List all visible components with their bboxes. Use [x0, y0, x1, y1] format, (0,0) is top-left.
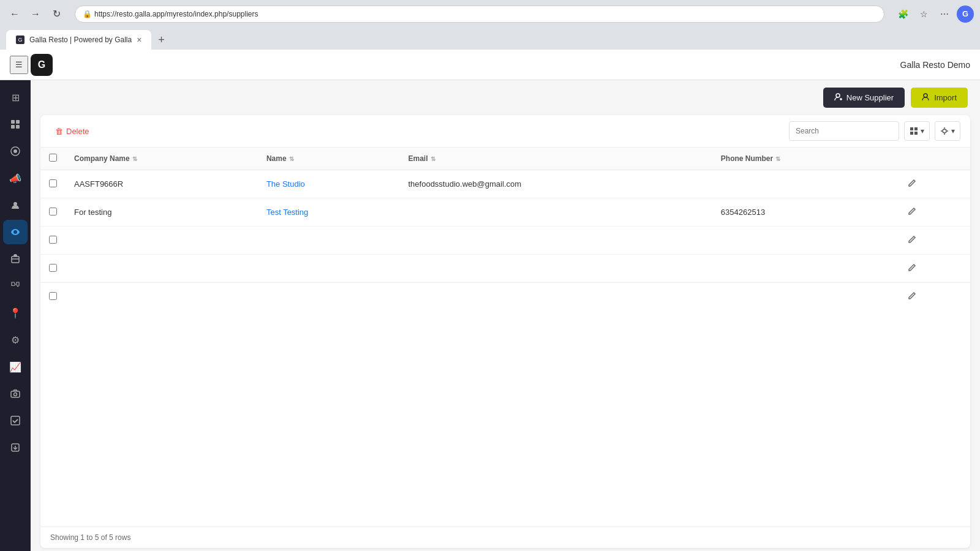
- new-supplier-label: New Supplier: [846, 93, 894, 102]
- row-name-3: [258, 255, 400, 283]
- forward-button[interactable]: →: [27, 6, 44, 23]
- sidebar-item-camera[interactable]: [3, 381, 28, 406]
- address-bar-url: https://resto.galla.app/myresto/index.ph…: [94, 10, 258, 18]
- edit-row-button-2[interactable]: [905, 233, 919, 248]
- browser-actions: 🧩 ☆ ⋯ G: [894, 6, 974, 23]
- col-email-label: Email: [409, 154, 428, 163]
- import-icon: [922, 92, 930, 103]
- select-all-checkbox[interactable]: [49, 154, 57, 162]
- delete-button[interactable]: 🗑 Delete: [50, 124, 94, 139]
- svg-point-5: [13, 149, 17, 153]
- sidebar-item-checklist[interactable]: [3, 435, 28, 460]
- row-company-name-2: [66, 227, 258, 255]
- row-phone-2: [712, 227, 897, 255]
- row-checkbox-0[interactable]: [49, 179, 57, 187]
- table-row: [40, 227, 970, 255]
- col-phone[interactable]: Phone Number ⇅: [712, 148, 897, 170]
- row-actions-0: [897, 170, 970, 198]
- col-actions-header: [897, 148, 970, 170]
- import-button[interactable]: Import: [911, 88, 968, 108]
- row-checkbox-1[interactable]: [49, 208, 57, 216]
- svg-point-10: [14, 393, 17, 396]
- col-email[interactable]: Email ⇅: [400, 148, 712, 170]
- row-checkbox-cell-1: [40, 198, 66, 227]
- sidebar-item-accounts[interactable]: [3, 193, 28, 217]
- row-checkbox-cell-3: [40, 255, 66, 283]
- row-checkbox-3[interactable]: [49, 264, 57, 272]
- topbar-logo: G: [31, 54, 53, 76]
- sidebar-item-marketing[interactable]: 📣: [3, 166, 28, 190]
- row-phone-3: [712, 255, 897, 283]
- select-all-header: [40, 148, 66, 170]
- pagination-info: Showing 1 to 5 of 5 rows: [40, 527, 970, 548]
- search-input[interactable]: [789, 121, 899, 141]
- svg-point-16: [924, 94, 927, 97]
- browser-profile-button[interactable]: G: [957, 6, 974, 23]
- sort-phone-icon[interactable]: ⇅: [775, 156, 780, 162]
- tab-close-button[interactable]: ×: [137, 35, 141, 45]
- pagination-text: Showing 1 to 5 of 5 rows: [50, 533, 130, 542]
- browser-menu-button[interactable]: ⋯: [936, 6, 953, 23]
- view-toggle-button[interactable]: ▾: [904, 121, 930, 141]
- row-name-1: Test Testing: [258, 198, 400, 227]
- tab-title: Galla Resto | Powered by Galla: [29, 36, 132, 44]
- browser-tab-active[interactable]: G Galla Resto | Powered by Galla ×: [6, 30, 151, 50]
- row-actions-2: [897, 227, 970, 255]
- extensions-button[interactable]: 🧩: [894, 6, 911, 23]
- sort-email-icon[interactable]: ⇅: [431, 156, 435, 162]
- new-tab-button[interactable]: +: [151, 30, 171, 50]
- topbar-menu-button[interactable]: ☰: [10, 56, 28, 74]
- app-topbar: ☰ G Galla Resto Demo: [0, 50, 980, 80]
- back-button[interactable]: ←: [6, 6, 23, 23]
- row-email-2: [400, 227, 712, 255]
- sort-name-icon[interactable]: ⇅: [289, 156, 294, 162]
- table-row: AASFT9666R The Studio thefoodsstudio.web…: [40, 170, 970, 198]
- svg-rect-2: [11, 125, 15, 129]
- edit-row-button-4[interactable]: [905, 289, 919, 304]
- row-actions-4: [897, 283, 970, 311]
- row-name-0: The Studio: [258, 170, 400, 198]
- filter-button[interactable]: ▾: [935, 121, 960, 141]
- svg-rect-19: [910, 132, 913, 135]
- reload-button[interactable]: ↻: [48, 6, 65, 23]
- row-checkbox-2[interactable]: [49, 236, 57, 244]
- svg-rect-3: [16, 125, 20, 129]
- col-name-label: Name: [266, 154, 287, 163]
- row-checkbox-4[interactable]: [49, 292, 57, 300]
- trash-icon: 🗑: [55, 127, 63, 136]
- sidebar-item-products[interactable]: [3, 274, 28, 298]
- sidebar-item-dashboard[interactable]: ⊞: [3, 85, 28, 110]
- sidebar-item-settings[interactable]: ⚙: [3, 328, 28, 352]
- row-checkbox-cell-2: [40, 227, 66, 255]
- sidebar-item-pos[interactable]: [3, 139, 28, 163]
- browser-nav-controls: ← → ↻: [6, 6, 65, 23]
- browser-chrome: ← → ↻ 🔒 https://resto.galla.app/myresto/…: [0, 0, 980, 28]
- address-bar[interactable]: 🔒 https://resto.galla.app/myresto/index.…: [75, 6, 884, 23]
- col-company-name[interactable]: Company Name ⇅: [66, 148, 258, 170]
- table-toolbar: 🗑 Delete ▾ ▾: [40, 115, 970, 148]
- bookmark-button[interactable]: ☆: [915, 6, 932, 23]
- sidebar-item-location[interactable]: 📍: [3, 301, 28, 325]
- chevron-down-icon: ▾: [921, 127, 924, 135]
- col-name[interactable]: Name ⇅: [258, 148, 400, 170]
- row-company-name-3: [66, 255, 258, 283]
- suppliers-table-section: 🗑 Delete ▾ ▾: [40, 115, 970, 548]
- edit-row-button-0[interactable]: [905, 176, 919, 192]
- row-email-3: [400, 255, 712, 283]
- edit-row-button-1[interactable]: [905, 204, 919, 220]
- row-company-name-4: [66, 283, 258, 311]
- sidebar-item-analytics[interactable]: 📈: [3, 354, 28, 379]
- edit-row-button-3[interactable]: [905, 261, 919, 276]
- sort-company-name-icon[interactable]: ⇅: [132, 156, 137, 162]
- table-row: [40, 255, 970, 283]
- svg-rect-0: [11, 120, 15, 124]
- row-phone-0: [712, 170, 897, 198]
- row-email-0: thefoodsstudio.web@gmail.com: [400, 170, 712, 198]
- svg-point-21: [943, 129, 946, 133]
- sidebar-item-hidden[interactable]: [3, 220, 28, 244]
- sidebar-item-tasks[interactable]: [3, 408, 28, 433]
- sidebar-item-inventory[interactable]: [3, 247, 28, 271]
- sidebar-item-orders[interactable]: [3, 112, 28, 137]
- svg-rect-20: [914, 132, 918, 135]
- new-supplier-button[interactable]: New Supplier: [823, 88, 905, 108]
